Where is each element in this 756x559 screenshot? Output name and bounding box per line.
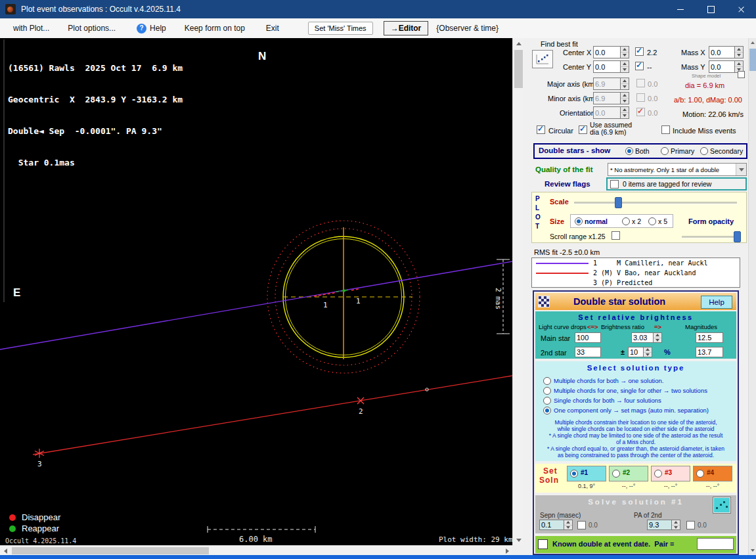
- menu-plot-options[interactable]: Plot options...: [68, 24, 116, 33]
- solution-help-button[interactable]: Help: [701, 296, 732, 309]
- quality-dropdown[interactable]: * No astrometry. Only 1 star of a double: [608, 163, 747, 176]
- double-show-both-radio[interactable]: [625, 147, 633, 155]
- main-drop-input[interactable]: [575, 332, 601, 343]
- orientation-sigma-checkbox[interactable]: [636, 108, 645, 116]
- soln2-radio[interactable]: [612, 470, 620, 478]
- editor-button[interactable]: →Editor: [384, 21, 429, 35]
- opacity-slider-track[interactable]: [682, 236, 740, 238]
- size-x2-label[interactable]: x 2: [632, 217, 641, 225]
- plot-scroll-up-button[interactable]: [513, 38, 524, 49]
- soln3-radio[interactable]: [654, 470, 662, 478]
- size-normal-label[interactable]: normal: [585, 217, 608, 225]
- type3-label[interactable]: Single chords for both → four solutions: [554, 397, 661, 404]
- observer-row[interactable]: 1 M Camilleri, near Auckl: [532, 258, 740, 268]
- observer-row[interactable]: 3 (P) Predicted: [532, 278, 740, 288]
- menu-exit[interactable]: Exit: [266, 24, 279, 33]
- use-assumed-dia-checkbox[interactable]: [579, 125, 587, 134]
- double-show-primary-label[interactable]: Primary: [671, 147, 694, 155]
- second-mag-input[interactable]: [696, 347, 723, 357]
- double-show-both-label[interactable]: Both: [635, 147, 650, 155]
- observer-list[interactable]: 1 M Camilleri, near Auckl 2 (M) V Bao, n…: [531, 257, 740, 288]
- plot-area[interactable]: 1 1 2 3 (16561) Rawls 2025 Oct 17 6.9 km…: [0, 38, 512, 545]
- type3-radio[interactable]: [543, 397, 551, 405]
- plot-vertical-scrollbar[interactable]: [512, 38, 524, 545]
- include-miss-checkbox[interactable]: [661, 125, 670, 134]
- chord-line-observer2[interactable]: [33, 376, 512, 455]
- opacity-slider-thumb[interactable]: [734, 231, 741, 242]
- size-normal-radio[interactable]: [575, 217, 583, 225]
- menu-keep-form-on-top[interactable]: Keep form on top: [185, 24, 245, 33]
- major-axis-spinner[interactable]: [621, 78, 629, 90]
- minor-axis-spinner[interactable]: [621, 92, 629, 104]
- orientation-spinner[interactable]: [621, 106, 629, 119]
- set-miss-times-button[interactable]: Set 'Miss' Times: [308, 22, 373, 35]
- plot-vertical-scroll-thumb[interactable]: [514, 50, 523, 88]
- review-flags-checkbox[interactable]: [610, 180, 619, 189]
- ratio-spinner[interactable]: [654, 332, 662, 343]
- solve-plot-button[interactable]: [713, 497, 731, 514]
- center-y-spinner[interactable]: [621, 60, 629, 73]
- plot-scroll-down-button[interactable]: [513, 535, 524, 545]
- mass-x-input[interactable]: [709, 46, 735, 58]
- type2-label[interactable]: Multiple chords for one, single for othe…: [554, 387, 707, 394]
- chord-line-observer1[interactable]: [0, 261, 512, 349]
- soln-cell-4[interactable]: #4: [693, 466, 732, 481]
- soln4-radio[interactable]: [696, 470, 704, 478]
- size-x5-label[interactable]: x 5: [658, 217, 667, 225]
- fit-x-checkbox[interactable]: [635, 47, 644, 56]
- major-sigma-checkbox[interactable]: [636, 79, 645, 87]
- chord1-disappear-mark[interactable]: [314, 293, 336, 297]
- window-vertical-scrollbar[interactable]: [748, 38, 756, 555]
- double-show-secondary-label[interactable]: Secondary: [710, 147, 743, 155]
- sepn-input[interactable]: [539, 520, 564, 530]
- scale-slider-thumb[interactable]: [615, 197, 622, 208]
- window-scroll-down-button[interactable]: [749, 546, 756, 555]
- double-show-secondary-radio[interactable]: [700, 147, 708, 155]
- minimize-button[interactable]: [665, 0, 696, 18]
- menu-help[interactable]: Help: [150, 24, 166, 33]
- type2-radio[interactable]: [543, 387, 551, 395]
- center-x-input[interactable]: [593, 46, 621, 58]
- plot-scroll-left-button[interactable]: [0, 546, 11, 556]
- observer-row[interactable]: 2 (M) V Bao, near Auckland: [532, 268, 740, 278]
- shape-model-checkbox[interactable]: [738, 71, 745, 78]
- pa-sigma-checkbox[interactable]: [686, 521, 695, 529]
- type1-label[interactable]: Multiple chords for both → one solution.: [554, 377, 663, 384]
- plot-scroll-right-button[interactable]: [502, 546, 512, 556]
- known-double-checkbox[interactable]: [538, 539, 548, 549]
- size-x5-radio[interactable]: [648, 217, 656, 225]
- minor-sigma-checkbox[interactable]: [636, 93, 645, 102]
- size-x2-radio[interactable]: [622, 217, 630, 225]
- quality-dropdown-button[interactable]: [736, 164, 746, 175]
- mass-x-spinner[interactable]: [735, 46, 744, 58]
- mass-y-input[interactable]: [709, 60, 735, 73]
- second-drop-input[interactable]: [575, 347, 601, 357]
- maximize-button[interactable]: [696, 0, 726, 18]
- close-button[interactable]: [726, 0, 756, 18]
- soln-cell-3[interactable]: #3: [651, 466, 690, 481]
- center-x-spinner[interactable]: [621, 46, 629, 58]
- type4-label[interactable]: One component only → set mags (auto min.…: [554, 407, 709, 414]
- type4-radio[interactable]: [543, 407, 551, 414]
- known-double-pair-input[interactable]: [697, 538, 734, 550]
- sepn-sigma-checkbox[interactable]: [577, 521, 586, 529]
- double-show-primary-radio[interactable]: [661, 147, 669, 155]
- sepn-spinner[interactable]: [564, 520, 573, 530]
- window-scroll-up-button[interactable]: [749, 38, 756, 47]
- main-mag-input[interactable]: [696, 332, 723, 343]
- window-scroll-thumb[interactable]: [749, 49, 756, 71]
- plot-horizontal-scroll-thumb[interactable]: [12, 547, 209, 554]
- pa-input[interactable]: [647, 520, 672, 530]
- circular-checkbox[interactable]: [537, 125, 545, 134]
- type1-radio[interactable]: [543, 377, 551, 385]
- pa-spinner[interactable]: [672, 520, 680, 530]
- fit-y-checkbox[interactable]: [635, 62, 644, 70]
- scroll-range-checkbox[interactable]: [611, 231, 620, 240]
- minor-axis-input[interactable]: [593, 92, 621, 104]
- scale-slider-track[interactable]: [574, 202, 737, 204]
- plot-horizontal-scrollbar[interactable]: [0, 545, 512, 556]
- pct-spinner[interactable]: [644, 347, 652, 357]
- find-best-fit-button[interactable]: [532, 50, 553, 68]
- soln-cell-1[interactable]: #1: [567, 466, 606, 481]
- soln1-radio[interactable]: [570, 470, 578, 478]
